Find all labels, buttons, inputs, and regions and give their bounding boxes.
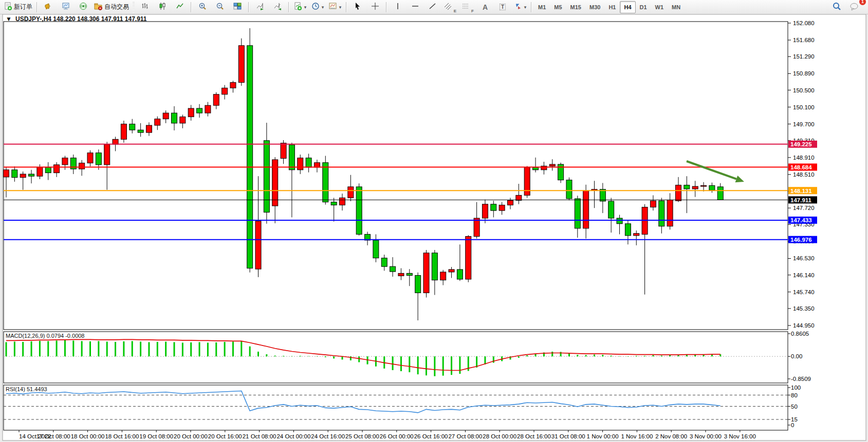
horizontal-line-icon bbox=[411, 2, 419, 12]
chat-bubble-icon bbox=[849, 2, 859, 12]
timeframe-button-h1[interactable]: H1 bbox=[604, 1, 620, 13]
indicators-button[interactable]: ▾ bbox=[291, 1, 309, 14]
broadcast-button[interactable] bbox=[75, 1, 92, 14]
candle-body bbox=[499, 205, 505, 210]
candle-body bbox=[432, 253, 437, 280]
text-tool-button[interactable]: A bbox=[476, 1, 494, 14]
line-chart-button[interactable] bbox=[171, 1, 189, 14]
candle-body bbox=[96, 153, 101, 165]
separator bbox=[288, 2, 289, 12]
svg-text:150.100: 150.100 bbox=[793, 104, 815, 110]
timeframe-button-w1[interactable]: W1 bbox=[651, 1, 668, 13]
horizontal-line-tool-button[interactable] bbox=[407, 1, 424, 14]
notifications-button[interactable]: 1 bbox=[845, 1, 863, 14]
candle-body bbox=[298, 158, 303, 170]
svg-text:145.740: 145.740 bbox=[793, 289, 815, 295]
auto-scroll-button[interactable] bbox=[251, 1, 269, 14]
timeframe-button-m1[interactable]: M1 bbox=[534, 1, 550, 13]
zoom-out-button[interactable] bbox=[211, 1, 229, 14]
candle-body bbox=[4, 170, 9, 177]
candle-body bbox=[398, 273, 404, 276]
candle-body bbox=[138, 130, 143, 132]
search-icon bbox=[832, 2, 841, 12]
crosshair-tool-button[interactable] bbox=[366, 1, 384, 14]
candle-body bbox=[482, 204, 488, 218]
chart-shift-button[interactable] bbox=[269, 1, 286, 14]
cursor-tool-button[interactable] bbox=[349, 1, 366, 14]
candle-body bbox=[634, 234, 639, 236]
fibonacci-tool-button[interactable]: F bbox=[459, 1, 476, 14]
chart-window[interactable]: 152.080151.680151.290150.890150.500150.1… bbox=[0, 0, 868, 442]
candle-body bbox=[667, 200, 673, 226]
tile-windows-button[interactable] bbox=[229, 1, 246, 14]
macd-indicator-label: MACD(12,26,9) 0.0794 -0.0008 bbox=[6, 333, 84, 339]
auto-trading-label: 自动交易 bbox=[104, 3, 129, 11]
svg-text:19 Oct 08:00: 19 Oct 08:00 bbox=[139, 433, 173, 439]
timeframe-button-m5[interactable]: M5 bbox=[550, 1, 566, 13]
svg-text:0.8605: 0.8605 bbox=[791, 331, 809, 337]
main-toolbar: 新订单 自动交易 ▾ ▾ bbox=[0, 0, 868, 14]
candle-body bbox=[264, 141, 269, 213]
chart-shift-icon bbox=[273, 2, 282, 12]
candle-body bbox=[289, 145, 294, 170]
candle-chart-icon bbox=[158, 2, 167, 12]
new-order-button[interactable]: 新订单 bbox=[2, 1, 34, 14]
cursor-icon bbox=[354, 2, 362, 12]
timeframe-button-m15[interactable]: M15 bbox=[566, 1, 585, 13]
svg-text:-0.8509: -0.8509 bbox=[791, 376, 811, 382]
vertical-line-icon bbox=[395, 2, 401, 12]
periods-button[interactable]: ▾ bbox=[309, 1, 326, 14]
candle-body bbox=[20, 174, 26, 178]
candle-body bbox=[600, 189, 605, 201]
svg-text:18 Oct 00:00: 18 Oct 00:00 bbox=[71, 433, 105, 439]
timeframe-button-m30[interactable]: M30 bbox=[585, 1, 604, 13]
signals-button[interactable] bbox=[40, 1, 57, 14]
main-panel[interactable] bbox=[4, 22, 788, 330]
bar-chart-button[interactable] bbox=[136, 1, 154, 14]
auto-trading-button[interactable]: 自动交易 bbox=[92, 1, 131, 14]
candle-body bbox=[701, 185, 707, 186]
candle-body bbox=[541, 166, 547, 169]
candle-body bbox=[407, 273, 412, 275]
chart-collapse-icon[interactable]: ▼ bbox=[6, 15, 12, 23]
candle-body bbox=[247, 46, 253, 268]
candle-body bbox=[390, 266, 396, 272]
candle-body bbox=[197, 108, 202, 113]
timeframe-button-d1[interactable]: D1 bbox=[636, 1, 651, 13]
market-depth-button[interactable] bbox=[57, 1, 75, 14]
svg-text:3 Nov 00:00: 3 Nov 00:00 bbox=[690, 433, 722, 439]
clock-icon bbox=[311, 2, 320, 12]
search-button[interactable] bbox=[828, 1, 845, 14]
trendline-tool-button[interactable] bbox=[424, 1, 441, 14]
svg-text:145.350: 145.350 bbox=[793, 305, 815, 312]
timeframe-button-mn[interactable]: MN bbox=[668, 1, 685, 13]
candle-body bbox=[650, 201, 656, 207]
candle-chart-button[interactable] bbox=[154, 1, 171, 14]
svg-text:151.680: 151.680 bbox=[793, 37, 815, 43]
vertical-line-tool-button[interactable] bbox=[389, 1, 407, 14]
equidistant-channel-tool-button[interactable]: E bbox=[441, 1, 459, 14]
separator bbox=[248, 2, 249, 12]
candle-body bbox=[314, 163, 320, 167]
separator bbox=[346, 2, 347, 12]
candle-body bbox=[676, 185, 681, 201]
text-label-tool-button[interactable]: T bbox=[494, 1, 511, 14]
svg-text:24 Oct 16:00: 24 Oct 16:00 bbox=[311, 433, 345, 439]
candle-body bbox=[381, 258, 387, 267]
text-tool-icon: A bbox=[483, 3, 488, 11]
candle-body bbox=[163, 113, 169, 119]
horn-icon bbox=[44, 2, 53, 12]
svg-text:149.225: 149.225 bbox=[790, 141, 812, 147]
timeframe-button-h4[interactable]: H4 bbox=[620, 1, 635, 13]
chart-title: USDJPY-,H4 148.220 148.306 147.911 147.9… bbox=[15, 15, 147, 23]
candle-body bbox=[281, 143, 286, 159]
candle-body bbox=[508, 200, 513, 205]
svg-text:17 Oct 08:00: 17 Oct 08:00 bbox=[36, 433, 70, 439]
templates-button[interactable]: ▾ bbox=[326, 1, 344, 14]
zoom-in-button[interactable] bbox=[194, 1, 211, 14]
candle-body bbox=[415, 276, 421, 293]
arrows-tool-button[interactable]: ▾ bbox=[511, 1, 529, 14]
text-label-icon: T bbox=[500, 4, 506, 10]
arrows-shapes-icon bbox=[514, 2, 522, 12]
trendline-icon bbox=[429, 2, 437, 12]
